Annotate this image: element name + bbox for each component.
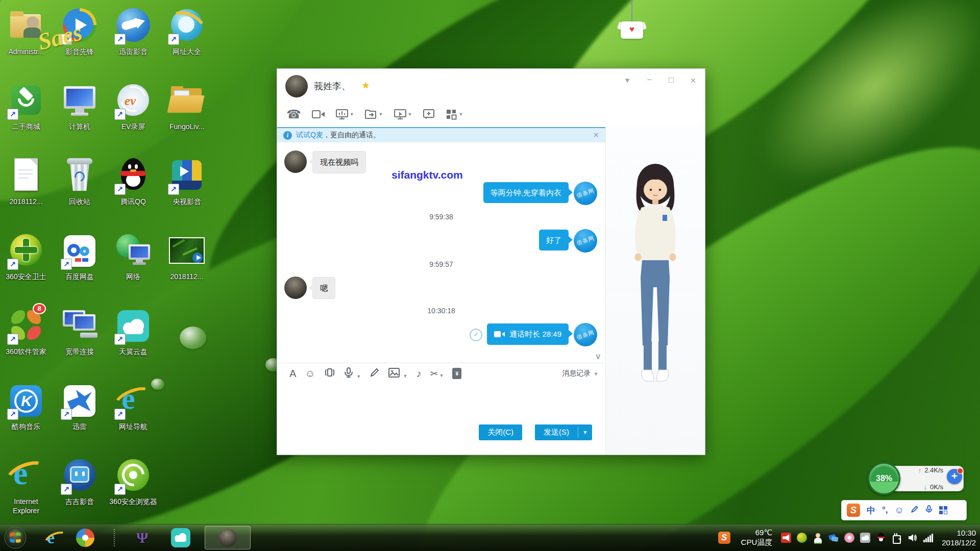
desktop-icon-video-file[interactable]: 2018112... xyxy=(162,231,211,282)
voice-call-icon[interactable]: ☎ xyxy=(286,108,301,121)
desktop-icon-store360[interactable]: ↗ 8 360软件管家 xyxy=(2,306,51,357)
desktop-icon-qq[interactable]: ↗ 腾讯QQ xyxy=(109,156,158,207)
screen-demo-icon[interactable]: ▼ xyxy=(336,109,354,120)
desktop-icon-kugou[interactable]: K ↗ 酷狗音乐 xyxy=(2,381,51,432)
tray-megaphone-icon[interactable] xyxy=(781,533,791,543)
desktop-icon-xunlei-player[interactable]: ↗ 迅雷影音 xyxy=(109,6,158,57)
taskbar-cloud-drive[interactable] xyxy=(171,528,190,547)
qq-show-panel[interactable] xyxy=(605,127,705,455)
message-history-button[interactable]: 消息记录 ▼ xyxy=(562,369,598,378)
self-avatar[interactable]: 借条网 xyxy=(574,229,597,253)
notice-close-icon[interactable]: ✕ xyxy=(593,131,599,140)
dropdown-caret-icon[interactable]: ▼ xyxy=(439,373,444,378)
ime-toolbox-icon[interactable] xyxy=(939,506,947,514)
call-record-bubble[interactable]: 通话时长 28:49 xyxy=(487,323,569,345)
tray-sogou-icon[interactable]: S xyxy=(718,532,730,544)
ime-language-toggle[interactable]: 中 xyxy=(867,505,875,516)
tray-clock[interactable]: 10:30 2018/12/2 xyxy=(942,528,976,548)
sogou-logo-icon[interactable]: S xyxy=(847,504,860,517)
dropdown-caret-icon[interactable]: ▼ xyxy=(356,374,361,379)
desktop-icon-ie[interactable]: e Internet Explorer xyxy=(2,456,51,515)
music-icon[interactable]: ♪ xyxy=(416,368,422,380)
desktop-icon-recycle-bin[interactable]: 回收站 xyxy=(55,156,104,207)
chat-settings-dropdown-icon[interactable]: ▾ xyxy=(623,75,632,86)
tray-flower-icon[interactable] xyxy=(844,533,854,543)
taskbar-internet-explorer[interactable]: e xyxy=(47,528,55,547)
ime-emoji-icon[interactable]: ☺ xyxy=(895,505,904,516)
dropdown-caret-icon[interactable]: ▼ xyxy=(403,373,408,379)
desktop-icon-ev-rec[interactable]: ev ↗ EV录屏 xyxy=(109,81,158,132)
send-button[interactable]: 发送(S) xyxy=(535,424,578,440)
taskbar-sogou-browser[interactable] xyxy=(76,529,94,547)
remote-desktop-icon[interactable]: ▼ xyxy=(394,109,412,120)
web-nav-icon: ↗ xyxy=(167,6,207,46)
desktop-icon-browser360[interactable]: ↗ 360安全浏览器 xyxy=(109,456,158,507)
desktop-icon-label: 百度网盘 xyxy=(55,272,104,282)
desktop-icon-baidupan[interactable]: ↗ 百度网盘 xyxy=(55,231,104,282)
ime-voice-icon[interactable] xyxy=(925,505,933,516)
dropdown-caret-icon[interactable]: ▼ xyxy=(458,112,463,117)
net-speed-widget[interactable]: ↑2.4K/s ↓0K/s 38% + xyxy=(868,462,964,495)
tray-network-signal-icon[interactable] xyxy=(923,534,933,542)
video-call-icon[interactable] xyxy=(312,109,325,120)
desktop-icon-ie-nav[interactable]: e ↗ 网址导航 xyxy=(109,381,158,432)
scroll-to-bottom-icon[interactable]: ∨ xyxy=(595,351,601,362)
dropdown-caret-icon[interactable]: ▼ xyxy=(379,112,383,117)
tshirt-hanger-widget[interactable]: ♥ xyxy=(619,0,645,42)
close-button[interactable]: 关闭(C) xyxy=(479,424,522,440)
dropdown-caret-icon[interactable]: ▼ xyxy=(594,371,598,377)
desktop-icon-folder-live[interactable]: FungoLiv... xyxy=(162,81,211,132)
taskbar-vagaa[interactable]: Ψ xyxy=(136,529,148,546)
desktop-icon-safe360[interactable]: ↗ 360安全卫士 xyxy=(2,231,51,282)
tray-ethernet-icon[interactable] xyxy=(892,533,902,543)
desktop-icon-secondhand[interactable]: ↗ 二手商城 xyxy=(2,81,51,132)
handwriting-icon[interactable] xyxy=(370,367,380,380)
tray-volume-icon[interactable] xyxy=(908,533,918,543)
tray-assistant-icon[interactable] xyxy=(813,533,823,543)
ime-handwriting-icon[interactable] xyxy=(911,505,919,515)
taskbar-active-chat-window[interactable] xyxy=(205,526,251,549)
desktop-icon-xunlei[interactable]: ↗ 迅雷 xyxy=(55,381,104,432)
dropdown-caret-icon[interactable]: ▼ xyxy=(350,112,354,117)
voice-message-icon[interactable]: ▼ xyxy=(344,367,361,380)
ime-punctuation-toggle[interactable]: °, xyxy=(882,505,888,515)
minimize-icon[interactable]: − xyxy=(645,75,654,86)
qmai-link[interactable]: 试试Q麦 xyxy=(296,131,323,140)
apps-grid-icon[interactable]: ▼ xyxy=(446,109,463,120)
self-avatar[interactable]: 借条网 xyxy=(574,182,597,205)
dropdown-caret-icon[interactable]: ▼ xyxy=(408,112,412,117)
tray-qq-icon[interactable] xyxy=(876,533,886,543)
desktop-icon-document[interactable]: 2018112... xyxy=(2,156,51,207)
desktop-icon-cbox[interactable]: ↗ 央视影音 xyxy=(162,156,211,207)
desktop-icon-dialup[interactable]: 宽带连接 xyxy=(55,306,104,357)
tray-bankcard-icon[interactable] xyxy=(828,533,839,543)
maximize-icon[interactable]: □ xyxy=(667,75,676,86)
emoji-icon[interactable]: ☺ xyxy=(305,368,315,380)
chat-titlebar[interactable]: 莪姓李、 ★ ▾ − □ × xyxy=(277,69,705,102)
desktop-icon-web-nav[interactable]: ↗ 网址大全 xyxy=(162,6,211,57)
desktop-icon-network[interactable]: 网络 xyxy=(109,231,158,282)
peer-avatar[interactable] xyxy=(284,277,307,299)
image-icon[interactable]: ▼ xyxy=(388,368,407,380)
memory-percent-ball[interactable]: 38% xyxy=(868,462,900,495)
send-file-icon[interactable]: ▼ xyxy=(365,109,383,120)
accelerate-plus-icon[interactable]: + xyxy=(947,469,962,484)
tray-cloud-icon[interactable] xyxy=(860,533,870,543)
tray-360-icon[interactable] xyxy=(797,533,807,543)
font-icon[interactable]: A xyxy=(289,368,296,380)
contact-avatar[interactable] xyxy=(285,75,308,97)
desktop-icon-computer[interactable]: 计算机 xyxy=(55,81,104,132)
cpu-temperature[interactable]: 69℃ CPU温度 xyxy=(741,528,773,547)
screenshot-icon[interactable]: ✂▼ xyxy=(430,368,444,380)
red-packet-icon[interactable]: ¥ xyxy=(452,368,461,379)
close-icon[interactable]: × xyxy=(689,75,698,86)
desktop-icon-cloud189[interactable]: ↗ 天翼云盘 xyxy=(109,306,158,357)
desktop-icon-jiji[interactable]: ↗ 吉吉影音 xyxy=(55,456,104,507)
group-chat-icon[interactable] xyxy=(423,109,435,120)
send-options-caret-icon[interactable]: ▼ xyxy=(578,424,592,440)
start-button[interactable] xyxy=(4,527,27,549)
self-avatar[interactable]: 借条网 xyxy=(574,323,597,346)
message-input-area[interactable] xyxy=(277,384,605,421)
window-shake-icon[interactable] xyxy=(324,367,335,380)
peer-avatar[interactable] xyxy=(284,151,307,173)
